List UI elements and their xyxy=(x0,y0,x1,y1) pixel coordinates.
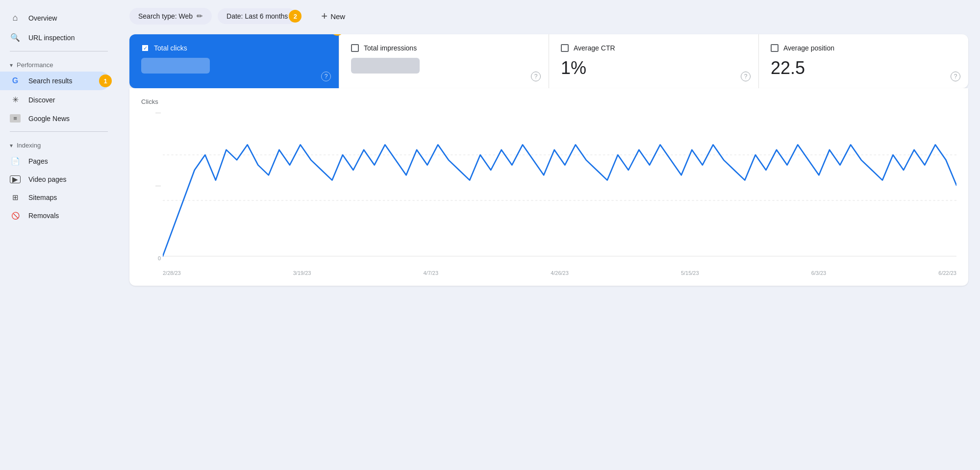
new-button[interactable]: + New xyxy=(321,10,345,23)
google-g-icon: G xyxy=(10,76,21,85)
total-impressions-help-icon[interactable]: ? xyxy=(531,72,541,81)
chart-area: Clicks — — 0 2/28/23 xyxy=(129,88,968,286)
sitemaps-icon: ⊞ xyxy=(10,193,21,202)
y-label-mid: — xyxy=(141,182,161,188)
chart-y-label: Clicks xyxy=(141,98,956,105)
metric-card-total-impressions[interactable]: Total impressions ? xyxy=(339,34,549,88)
sidebar-item-google-news-label: Google News xyxy=(28,115,70,123)
average-position-checkbox[interactable] xyxy=(771,44,779,52)
average-ctr-checkbox[interactable] xyxy=(561,44,569,52)
metric-card-total-clicks[interactable]: ✓ Total clicks ? 3 xyxy=(129,34,339,88)
y-axis: — — 0 xyxy=(141,109,161,261)
metric-card-header-total-impressions: Total impressions xyxy=(351,44,537,52)
plus-icon: + xyxy=(321,10,327,23)
sidebar-item-discover-label: Discover xyxy=(28,96,55,104)
total-impressions-checkbox[interactable] xyxy=(351,44,359,52)
sidebar-section-performance: ▾ Performance xyxy=(0,55,118,72)
average-position-title: Average position xyxy=(783,44,834,52)
removals-icon: 🚫 xyxy=(10,212,21,220)
indexing-chevron-icon: ▾ xyxy=(10,142,13,149)
x-label-4: 4/26/23 xyxy=(551,270,569,276)
sidebar-item-search-results[interactable]: G Search results 1 xyxy=(0,72,110,90)
sidebar-item-pages-label: Pages xyxy=(28,157,48,165)
metric-card-header-average-ctr: Average CTR xyxy=(561,44,747,52)
sidebar-item-overview[interactable]: ⌂ Overview xyxy=(0,8,110,28)
sidebar-item-pages[interactable]: 📄 Pages xyxy=(0,152,110,171)
search-type-label: Search type: Web xyxy=(138,12,193,20)
metric-cards: ✓ Total clicks ? 3 Total impressions ? A… xyxy=(129,34,968,88)
pages-icon: 📄 xyxy=(10,157,21,166)
sidebar-section-indexing: ▾ Indexing xyxy=(0,136,118,152)
sidebar-item-overview-label: Overview xyxy=(28,14,57,22)
metric-card-header-average-position: Average position xyxy=(771,44,956,52)
total-impressions-title: Total impressions xyxy=(364,44,417,52)
x-label-3: 4/7/23 xyxy=(424,270,439,276)
sidebar-section-performance-label: Performance xyxy=(17,61,53,69)
metric-card-average-position[interactable]: Average position 22.5 ? xyxy=(759,34,968,88)
average-position-help-icon[interactable]: ? xyxy=(951,72,960,81)
x-label-2: 3/19/23 xyxy=(293,270,311,276)
metric-card-average-ctr[interactable]: Average CTR 1% ? xyxy=(549,34,759,88)
video-pages-icon: ▶ xyxy=(10,175,21,183)
average-ctr-help-icon[interactable]: ? xyxy=(741,72,751,81)
sidebar: ⌂ Overview 🔍 URL inspection ▾ Performanc… xyxy=(0,0,118,470)
search-icon: 🔍 xyxy=(10,33,21,42)
sidebar-item-video-pages[interactable]: ▶ Video pages xyxy=(0,171,110,188)
date-badge: 2 xyxy=(289,10,302,23)
search-results-badge: 1 xyxy=(99,74,112,87)
sidebar-divider-2 xyxy=(10,131,108,132)
sidebar-section-indexing-label: Indexing xyxy=(17,142,41,149)
sidebar-item-sitemaps-label: Sitemaps xyxy=(28,194,57,201)
x-label-7: 6/22/23 xyxy=(938,270,956,276)
google-news-icon: ≡ xyxy=(10,114,21,123)
sidebar-item-url-inspection-label: URL inspection xyxy=(28,34,75,42)
edit-icon: ✏ xyxy=(197,12,203,21)
discover-icon: ✳ xyxy=(10,95,21,104)
search-type-button[interactable]: Search type: Web ✏ xyxy=(129,8,212,25)
sidebar-item-url-inspection[interactable]: 🔍 URL inspection xyxy=(0,28,110,47)
total-clicks-blurred-value xyxy=(141,58,210,74)
sidebar-item-video-pages-label: Video pages xyxy=(28,175,67,183)
main-content: Search type: Web ✏ Date: Last 6 months 2… xyxy=(118,0,980,470)
date-label: Date: Last 6 months xyxy=(226,12,288,20)
home-icon: ⌂ xyxy=(10,13,21,23)
average-ctr-title: Average CTR xyxy=(574,44,615,52)
chart-svg xyxy=(163,109,956,261)
x-label-6: 6/3/23 xyxy=(811,270,827,276)
x-label-1: 2/28/23 xyxy=(163,270,181,276)
total-clicks-title: Total clicks xyxy=(154,44,187,52)
total-clicks-help-icon[interactable]: ? xyxy=(321,72,331,81)
average-position-value: 22.5 xyxy=(771,58,956,78)
new-label: New xyxy=(330,12,345,21)
sidebar-item-search-results-label: Search results xyxy=(28,77,72,85)
date-button[interactable]: Date: Last 6 months 2 xyxy=(218,8,297,24)
metric-card-header-total-clicks: ✓ Total clicks xyxy=(141,44,327,52)
chart-container: — — 0 2/28/23 3/19/23 4/7/23 xyxy=(141,109,956,276)
toolbar: Search type: Web ✏ Date: Last 6 months 2… xyxy=(129,8,968,25)
total-impressions-blurred-value xyxy=(351,58,420,74)
sidebar-item-discover[interactable]: ✳ Discover xyxy=(0,90,110,109)
sidebar-item-sitemaps[interactable]: ⊞ Sitemaps xyxy=(0,188,110,207)
y-label-zero: 0 xyxy=(141,255,161,261)
performance-chevron-icon: ▾ xyxy=(10,62,13,69)
sidebar-divider-1 xyxy=(10,51,108,51)
x-axis: 2/28/23 3/19/23 4/7/23 4/26/23 5/15/23 6… xyxy=(163,262,956,276)
average-ctr-value: 1% xyxy=(561,58,747,78)
x-label-5: 5/15/23 xyxy=(681,270,699,276)
sidebar-item-removals[interactable]: 🚫 Removals xyxy=(0,207,110,224)
sidebar-item-removals-label: Removals xyxy=(28,212,59,220)
y-label-top: — xyxy=(141,109,161,115)
chart-svg-wrapper xyxy=(163,109,956,261)
total-clicks-checkbox[interactable]: ✓ xyxy=(141,44,149,52)
sidebar-item-google-news[interactable]: ≡ Google News xyxy=(0,109,110,127)
